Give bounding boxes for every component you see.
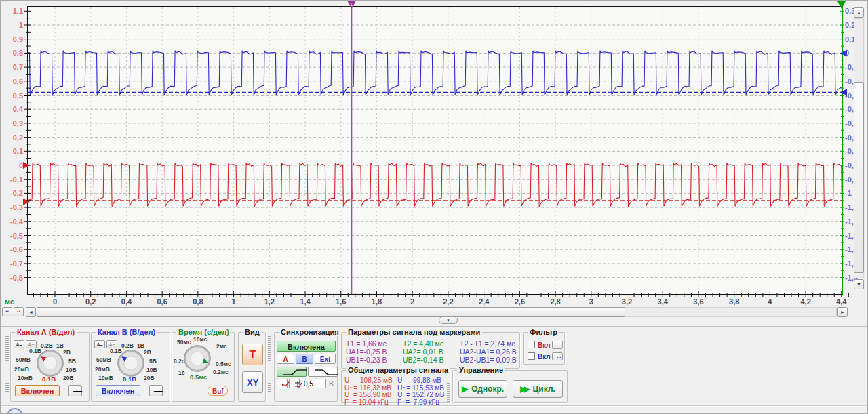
channel-a-group: Канал А (В/дел) А= А~ 10мВ20мВ50мВ0.1В0.… [10,332,90,402]
x-axis-tick-label: 2,8 [544,297,567,306]
cyclic-run-button[interactable]: ▶▶Цикл. [513,380,563,398]
panel-grip[interactable] [268,336,271,392]
panel-collapse-button[interactable]: ▼ [439,316,458,324]
knob-dial[interactable] [36,349,64,377]
view-title: Вид [243,328,262,336]
trigger-level-manual-button[interactable] [289,379,300,388]
axis-tick-label: -1 [845,189,852,197]
axis-tick-label: 0,3 [3,119,23,127]
marker-params-group: Параметры сигнала под маркерами T1 = 1,6… [341,332,520,369]
marker-param-value: T2 = 4,40 мс [403,339,460,348]
axis-tick-label: 0,1 [3,147,23,155]
general-params-channel-b: U- =-99,88 мВU~= 115,53 мВU = 152,72 мВF… [397,377,445,406]
play-icon: ▶ [462,385,468,393]
knob-scale-label: 1В [137,342,144,349]
x-axis-unit-label: мс [5,297,14,306]
knob-scale-label: 0.2В [121,342,134,349]
marker-1-number: 1 [350,2,353,7]
x-axis-tick-label: 1,6 [330,297,353,306]
x-axis-tick-label: 4 [758,297,781,306]
axis-tick-label: -0,6 [3,245,23,253]
channel-b-on-button[interactable]: Включен [96,385,140,396]
axis-tick-label: 0,7 [3,63,23,71]
marker-param-value: UА2= 0,01 В [403,348,460,356]
trace-a-mini-button[interactable]: .. [14,307,24,316]
vscroll-down-button[interactable]: ▼ [854,279,864,289]
filter-b-settings-button[interactable]: ... [552,352,563,360]
axis-tick-label: 0,4 [3,105,23,113]
marker-param-value: UА1=-0,25 В [346,348,403,356]
sync-slope-rising-button[interactable] [277,367,307,377]
app-logo-icon [7,408,23,414]
general-param-value: U = 152,72 мВ [397,392,445,399]
knob-scale-label: 1В [56,342,64,349]
x-axis-tick-label: 2,4 [473,297,496,306]
filter-group: Фильтр Вкл ... Вкл ... [523,332,565,365]
scroll-up-icon: ▲ [856,10,861,15]
x-axis-tick-label: 1,4 [294,297,317,306]
knob-scale-label: 0.2В [41,342,53,349]
hscroll-thumb[interactable] [37,307,625,317]
vscroll-thumb[interactable] [854,82,864,273]
marker-param-value: UВ2-UВ1= 0,09 В [460,356,522,364]
sync-source-ext-button[interactable]: Ext [315,354,336,364]
knob-scale-label: 20мВ [95,366,110,373]
axis-tick-label: 0,8 [3,49,23,57]
knob-dial[interactable] [183,344,212,373]
x-axis-tick-label: 3,6 [687,297,710,306]
sync-title: Синхронизация [279,328,341,336]
knob-current-value: 0.1В [123,375,136,383]
knob-scale-label: 50мВ [96,356,111,363]
vscroll-up-button[interactable]: ▲ [854,7,864,18]
hscroll-left-button[interactable]: ◄ [26,307,36,317]
sync-source-a-button[interactable]: А [277,354,294,364]
hscroll-right-button[interactable]: ► [837,307,848,317]
axis-tick-label: 0 [845,49,849,57]
trigger-level-auto-button[interactable] [277,379,288,388]
oscilloscope-plot[interactable]: 1 [1,1,868,307]
channel-a-offset-minus-button[interactable]: — [68,385,82,396]
x-axis-tick-label: 3 [580,297,603,306]
sync-level-input[interactable] [302,379,326,388]
axis-tick-label: -0,3 [3,203,23,211]
knob-current-value: 0.1В [42,375,56,383]
filter-a-checkbox[interactable] [528,341,535,348]
knob-scale-label: 2мс [216,343,227,350]
single-run-button[interactable]: ▶Однокр. [458,380,507,398]
axis-tick-label: 0 [3,161,23,169]
view-time-button[interactable]: T [242,344,263,365]
marker-params-title: Параметры сигнала под маркерами [346,328,482,336]
panel-grip[interactable] [5,336,9,392]
sync-source-b-button[interactable]: В [296,354,313,364]
falling-edge-icon [313,369,340,376]
knob-scale-label: 10В [146,367,157,373]
x-axis-tick-label: 2,2 [437,297,460,306]
general-params-title: Общие параметры сигнала [346,366,450,374]
x-axis-tick-label: 1,8 [365,297,388,306]
knob-scale-label: 20В [144,375,155,381]
general-params-channel-a: U- =-108,25 мВU~= 116,32 мВU = 158,90 мВ… [344,377,393,406]
knob-dial[interactable] [117,349,145,377]
filter-title: Фильтр [528,328,559,336]
x-axis-tick-label: 2 [401,297,424,306]
marker-param-value: UА2-UА1= 0,26 В [460,348,522,356]
marker-param-value: T2 - T1 = 2,74 мс [460,339,522,348]
oscilloscope-window: 1 1,110,90,80,70,60,50,40,30,20,10-0,1-0… [0,0,868,414]
collapse-arrow-icon: ▼ [446,318,450,323]
sync-on-button[interactable]: Включена [277,341,336,352]
control-panel: Канал А (В/дел) А= А~ 10мВ20мВ50мВ0.1В0.… [1,326,868,405]
sync-slope-falling-button[interactable] [308,367,338,377]
x-axis-tick-label: 0,4 [115,297,138,306]
buffer-button[interactable]: Buf [208,386,228,396]
filter-b-checkbox[interactable] [528,352,535,360]
trace-b-mini-button[interactable]: .. [2,307,12,316]
marker-param-value: UВ2=-0,14 В [403,356,460,364]
channel-a-on-button[interactable]: Включен [15,385,60,396]
x-axis-tick-label: 3,2 [616,297,639,306]
view-xy-button[interactable]: XY [242,371,263,393]
filter-a-settings-button[interactable]: ... [552,341,563,349]
axis-tick-label: 1 [3,21,23,29]
sync-level-unit: В [329,380,334,388]
axis-tick-label: -0,4 [3,218,23,226]
channel-b-offset-minus-button[interactable]: — [149,385,163,396]
